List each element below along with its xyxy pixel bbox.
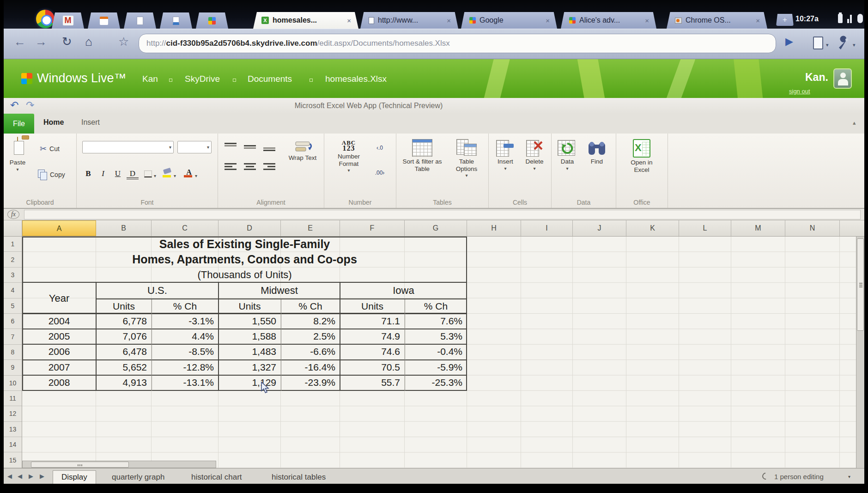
select-all-corner[interactable] bbox=[4, 220, 22, 236]
align-middle-icon[interactable] bbox=[244, 144, 256, 150]
row-header[interactable]: 11 bbox=[4, 391, 22, 406]
cell-year[interactable]: 2005 bbox=[22, 329, 96, 344]
underline-button[interactable]: U bbox=[112, 168, 124, 180]
header-region-iowa[interactable]: Iowa bbox=[340, 283, 467, 298]
sheet-tab-quarterly-graph[interactable]: quarterly graph bbox=[103, 470, 173, 484]
close-icon[interactable]: × bbox=[756, 17, 760, 24]
column-header-j[interactable]: J bbox=[573, 220, 626, 236]
cell[interactable]: 8.2% bbox=[281, 314, 340, 329]
row-header[interactable]: 12 bbox=[4, 406, 22, 421]
fx-icon[interactable]: fx bbox=[7, 210, 19, 219]
cut-button[interactable]: ✂ Cut bbox=[40, 144, 60, 154]
column-header-e[interactable]: E bbox=[281, 220, 340, 236]
row-header[interactable]: 7 bbox=[4, 329, 22, 344]
cell-year[interactable]: 2007 bbox=[22, 360, 96, 375]
wrench-menu-icon[interactable] bbox=[835, 36, 851, 51]
row-header[interactable]: 8 bbox=[4, 345, 22, 360]
cell[interactable]: 74.6 bbox=[340, 344, 405, 359]
font-name-select[interactable]: ▾ bbox=[82, 141, 174, 153]
align-bottom-icon[interactable] bbox=[263, 145, 275, 151]
cell[interactable]: 74.9 bbox=[340, 329, 405, 344]
increase-decimal-button[interactable]: ‹.0 bbox=[371, 144, 388, 153]
row-header[interactable]: 15 bbox=[4, 452, 22, 468]
cell[interactable]: 7,076 bbox=[96, 329, 152, 344]
breadcrumb-documents[interactable]: Documents bbox=[248, 74, 292, 84]
find-button[interactable]: Find bbox=[584, 140, 610, 165]
cell[interactable]: 7.6% bbox=[405, 314, 467, 329]
header-pct[interactable]: % Ch bbox=[405, 298, 467, 314]
go-button[interactable]: ▶ bbox=[785, 36, 793, 48]
collapse-ribbon-icon[interactable]: ▴ bbox=[853, 119, 856, 126]
chromium-logo-icon[interactable] bbox=[36, 10, 55, 28]
cell[interactable]: -6.6% bbox=[281, 344, 340, 359]
address-bar[interactable]: http://cid-f330b95a2d5706b4.skydrive.liv… bbox=[139, 34, 776, 53]
forward-button[interactable]: → bbox=[35, 35, 47, 49]
tab-insert[interactable]: Insert bbox=[81, 118, 100, 127]
reload-button[interactable]: ↻ bbox=[62, 35, 72, 49]
cell[interactable]: 1,588 bbox=[219, 329, 281, 344]
vertical-scrollbar-thumb[interactable] bbox=[857, 238, 864, 331]
column-header-n[interactable]: N bbox=[785, 220, 840, 236]
cell[interactable]: -3.1% bbox=[152, 314, 219, 329]
column-header-i[interactable]: I bbox=[521, 220, 573, 236]
row-header[interactable]: 2 bbox=[4, 252, 22, 267]
sort-filter-as-table-button[interactable]: Sort & filter as Table bbox=[401, 139, 443, 172]
fill-color-button[interactable] bbox=[163, 175, 171, 177]
header-units[interactable]: Units bbox=[96, 298, 152, 314]
column-header-k[interactable]: K bbox=[626, 220, 679, 236]
column-header-a[interactable]: A bbox=[22, 220, 96, 236]
breadcrumb-skydrive[interactable]: SkyDrive bbox=[185, 74, 220, 84]
table-title-line2[interactable]: Homes, Apartments, Condos and Co-ops bbox=[22, 252, 467, 267]
cell[interactable]: 4.4% bbox=[152, 329, 219, 344]
tab-http[interactable]: http://www... × bbox=[360, 12, 458, 29]
column-header-f[interactable]: F bbox=[340, 220, 405, 236]
insert-cells-button[interactable]: Insert ▾ bbox=[493, 140, 517, 170]
formula-input[interactable] bbox=[24, 210, 861, 219]
sign-out-link[interactable]: sign out bbox=[789, 88, 810, 95]
number-format-button[interactable]: ABC123 Number Format ▾ bbox=[331, 140, 367, 172]
cell[interactable]: 1,550 bbox=[219, 314, 281, 329]
close-icon[interactable]: × bbox=[645, 17, 649, 24]
align-left-icon[interactable] bbox=[225, 163, 237, 171]
cell[interactable]: 71.1 bbox=[340, 314, 405, 329]
double-underline-button[interactable]: D bbox=[127, 168, 139, 179]
cell[interactable]: -16.4% bbox=[281, 360, 340, 375]
bookmark-star-icon[interactable]: ☆ bbox=[118, 35, 129, 49]
new-tab-button[interactable]: + bbox=[776, 14, 794, 26]
pinned-tab-document[interactable] bbox=[124, 12, 156, 29]
pinned-tab-docs[interactable] bbox=[160, 12, 192, 29]
cell[interactable]: -0.4% bbox=[405, 344, 467, 359]
cell[interactable]: 5.3% bbox=[405, 329, 467, 344]
align-top-icon[interactable] bbox=[225, 143, 237, 149]
cell[interactable]: -25.3% bbox=[405, 375, 467, 390]
tab-file[interactable]: File bbox=[4, 114, 34, 134]
cell[interactable]: -23.9% bbox=[281, 375, 340, 390]
delete-cells-button[interactable]: Delete ▾ bbox=[522, 140, 547, 170]
close-icon[interactable]: × bbox=[546, 17, 550, 24]
wrench-menu-caret[interactable]: ▾ bbox=[853, 42, 856, 48]
table-title-line1[interactable]: Sales of Existing Single-Family bbox=[22, 237, 467, 252]
page-menu-icon[interactable] bbox=[813, 37, 823, 49]
bold-button[interactable]: B bbox=[82, 168, 94, 180]
cell[interactable]: 2.5% bbox=[281, 329, 340, 344]
sheet-tab-historical-tables[interactable]: historical tables bbox=[263, 470, 334, 484]
cell[interactable]: 6,478 bbox=[96, 344, 152, 359]
row-header[interactable]: 6 bbox=[4, 314, 22, 329]
tab-home[interactable]: Home bbox=[43, 118, 64, 127]
cell[interactable]: 55.7 bbox=[340, 375, 405, 390]
column-header-c[interactable]: C bbox=[152, 220, 219, 236]
fill-color-caret[interactable]: ▾ bbox=[174, 174, 176, 178]
sheet-tab-display[interactable]: Display bbox=[53, 470, 96, 484]
page-menu-caret[interactable]: ▾ bbox=[826, 42, 829, 48]
back-button[interactable]: ← bbox=[14, 35, 26, 49]
row-header[interactable]: 1 bbox=[4, 237, 22, 252]
header-pct[interactable]: % Ch bbox=[152, 298, 219, 314]
row-header[interactable]: 13 bbox=[4, 422, 22, 437]
copy-button[interactable]: Copy bbox=[38, 170, 65, 180]
close-icon[interactable]: × bbox=[447, 17, 451, 24]
column-header-g[interactable]: G bbox=[405, 220, 467, 236]
prev-sheet-button[interactable]: ◀ bbox=[18, 473, 22, 480]
row-header[interactable]: 4 bbox=[4, 283, 22, 298]
cell[interactable]: 5,652 bbox=[96, 360, 152, 375]
tab-homesales[interactable]: X homesales... × bbox=[253, 12, 358, 29]
